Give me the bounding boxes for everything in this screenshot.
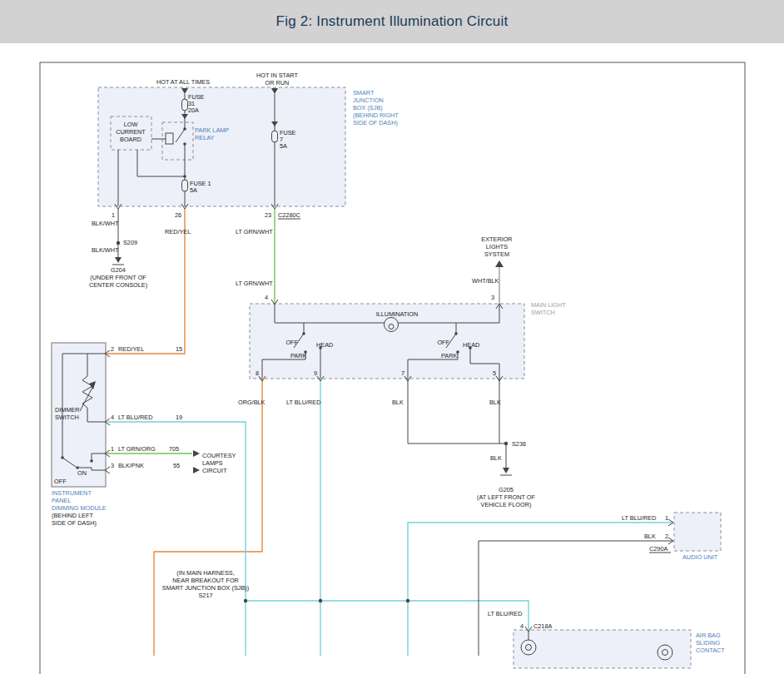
svg-text:DIMMING MODULE: DIMMING MODULE xyxy=(52,504,107,512)
module-location-label: (BEHIND LEFT xyxy=(52,512,93,519)
mls-pin-5: 5 xyxy=(493,369,496,377)
wiring-diagram: HOT AT ALL TIMES HOT IN START OR RUN FUS… xyxy=(0,43,784,674)
svg-text:RELAY: RELAY xyxy=(195,134,215,141)
wire-red-yel-1: RED/YEL xyxy=(165,228,191,235)
splice-s209 xyxy=(117,241,120,245)
wire-lt-blu-red-3: LT BLU/RED xyxy=(622,514,657,522)
svg-text:5A: 5A xyxy=(280,142,287,150)
figure-title: Fig 2: Instrument Illumination Circuit xyxy=(276,13,509,30)
svg-text:SMART JUNCTION BOX (SJB)): SMART JUNCTION BOX (SJB)) xyxy=(162,584,249,592)
svg-text:PANEL: PANEL xyxy=(52,497,71,504)
sliding-contact-right-icon xyxy=(657,645,672,660)
svg-text:SIDE OF DASH): SIDE OF DASH) xyxy=(52,519,97,527)
svg-text:LAMPS: LAMPS xyxy=(202,459,223,467)
connector-c2280c: C2280C xyxy=(278,211,300,219)
mls-right-park: PARK xyxy=(441,352,457,359)
audio-unit-label: AUDIO UNIT xyxy=(682,553,718,561)
circuit-55: 55 xyxy=(173,462,180,469)
mls-pin-9: 9 xyxy=(314,369,317,377)
wire-blk-3: BLK xyxy=(490,454,502,462)
dimmer-pin-4: 4 xyxy=(111,414,114,421)
svg-text:CURRENT: CURRENT xyxy=(116,128,146,136)
wire-blk-4: BLK xyxy=(644,533,656,540)
splice-s217-a xyxy=(244,599,247,602)
splice-s217-b xyxy=(319,599,322,602)
label-hot-at-all-times: HOT AT ALL TIMES xyxy=(156,78,210,86)
wire-blk-pnk-label: BLK/PNK xyxy=(118,462,144,469)
dimmer-pin-1: 1 xyxy=(111,445,114,453)
mls-right-off: OFF xyxy=(437,339,449,346)
svg-text:SLIDING: SLIDING xyxy=(696,639,721,647)
fuse-31-symbol xyxy=(182,99,188,111)
mls-pin-8: 8 xyxy=(256,369,259,377)
sjb-pin-23: 23 xyxy=(265,211,271,219)
svg-text:(UNDER FRONT OF: (UNDER FRONT OF xyxy=(90,274,146,281)
svg-text:JUNCTION: JUNCTION xyxy=(353,97,384,104)
sliding-contact-left-icon xyxy=(521,640,536,655)
dimmer-off-label: OFF xyxy=(54,478,67,485)
svg-text:BOARD: BOARD xyxy=(120,136,141,143)
mls-left-head: HEAD xyxy=(316,341,333,349)
label-hot-in-start: HOT IN START xyxy=(256,72,298,79)
fuse-1-symbol xyxy=(182,180,188,191)
svg-text:VEHICLE FLOOR): VEHICLE FLOOR) xyxy=(481,501,532,508)
wire-red-yel-2: RED/YEL xyxy=(118,345,144,353)
wire-lt-grn-wht-2: LT GRN/WHT xyxy=(236,280,273,287)
mls-pin-4: 4 xyxy=(265,294,268,301)
airbag-pin-4: 4 xyxy=(520,622,523,630)
wire-lt-blu-red-1: LT BLU/RED xyxy=(286,399,321,406)
svg-text:SWITCH: SWITCH xyxy=(55,414,79,421)
wire-wht-blk-label: WHT/BLK xyxy=(472,277,499,285)
svg-text:NEAR BREAKOUT FOR: NEAR BREAKOUT FOR xyxy=(172,577,239,584)
svg-text:5A: 5A xyxy=(190,186,197,194)
circuit-15: 15 xyxy=(176,345,182,353)
connector-c290a: C290A xyxy=(649,545,667,553)
wire-blk-wht-2: BLK/WHT xyxy=(92,246,119,254)
dimming-module-label: INSTRUMENT xyxy=(52,489,92,497)
sjb-pin-1: 1 xyxy=(112,211,115,219)
low-current-board-label: LOW xyxy=(124,121,138,128)
svg-text:SYSTEM: SYSTEM xyxy=(484,250,509,258)
mls-pin-3: 3 xyxy=(491,294,494,301)
dimmer-pin-3: 3 xyxy=(111,462,114,469)
wire-org-blk-label: ORG/BLK xyxy=(238,399,265,406)
label-or-run: OR RUN xyxy=(265,79,290,87)
wire-blk-2: BLK xyxy=(489,399,501,406)
mls-pin-7: 7 xyxy=(401,369,404,377)
svg-text:20A: 20A xyxy=(188,107,199,114)
audio-unit-box xyxy=(674,513,721,551)
sjb-pin-26: 26 xyxy=(175,211,181,219)
svg-text:(AT LEFT FRONT OF: (AT LEFT FRONT OF xyxy=(477,493,536,501)
connector-c218a: C218A xyxy=(533,622,552,630)
audio-pin-2: 2 xyxy=(665,533,668,540)
svg-text:SIDE OF DASH): SIDE OF DASH) xyxy=(353,119,398,126)
svg-text:LIGHTS: LIGHTS xyxy=(486,243,508,250)
svg-text:BOX (SJB): BOX (SJB) xyxy=(353,104,383,112)
wire-lt-grn-wht-1: LT GRN/WHT xyxy=(236,228,273,235)
ground-g205-label: G205 xyxy=(499,486,514,493)
dimmer-pin-2: 2 xyxy=(111,345,114,353)
figure-header: Fig 2: Instrument Illumination Circuit xyxy=(0,0,784,43)
fuse-7-symbol xyxy=(272,131,278,142)
courtesy-lamps-label: COURTESY xyxy=(202,452,236,459)
airbag-label: AIR BAG xyxy=(696,632,721,639)
mls-left-off: OFF xyxy=(285,339,298,346)
circuit-19: 19 xyxy=(176,414,182,421)
circuit-705: 705 xyxy=(169,445,179,453)
illumination-label: ILLUMINATION xyxy=(376,310,419,318)
wire-blk-1: BLK xyxy=(392,399,404,406)
main-light-switch-label: MAIN LIGHT xyxy=(531,301,566,309)
exterior-lights-label: EXTERIOR xyxy=(481,235,512,243)
svg-text:CENTER CONSOLE): CENTER CONSOLE) xyxy=(89,281,147,289)
relay-coil xyxy=(166,133,173,144)
dimmer-on-label: ON xyxy=(77,469,87,477)
figure-page: Fig 2: Instrument Illumination Circuit xyxy=(0,0,784,674)
wire-blk-wht-1: BLK/WHT xyxy=(92,220,119,227)
splice-s217-c xyxy=(406,599,409,602)
dimmer-switch-label: DIMMER xyxy=(55,406,80,414)
svg-text:SWITCH: SWITCH xyxy=(531,309,555,316)
wire-lt-blu-red-2: LT BLU/RED xyxy=(118,414,153,421)
audio-pin-1: 1 xyxy=(665,514,668,522)
svg-text:CIRCUIT: CIRCUIT xyxy=(202,467,227,474)
splice-s209-label: S209 xyxy=(123,239,137,246)
